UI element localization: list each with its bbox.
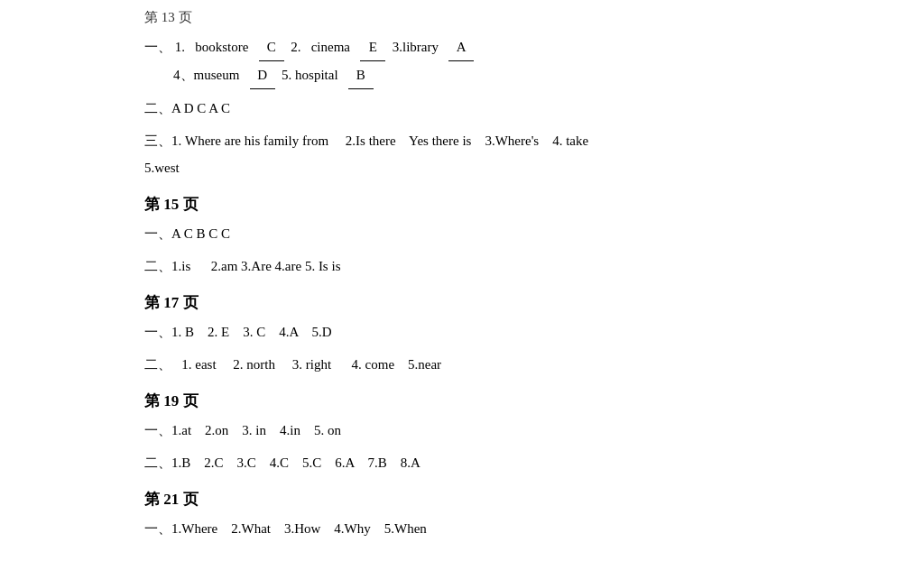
answer-4: D	[250, 61, 275, 89]
page-top-label: 第 13 页	[144, 9, 780, 26]
label-5: 5. hospital	[275, 61, 348, 88]
section-21-yi: 一、1.Where 2.What 3.How 4.Why 5.When	[144, 515, 780, 542]
page-21-heading: 第 21 页	[144, 489, 780, 510]
section-17-er: 二、 1. east 2. north 3. right 4. come 5.n…	[144, 351, 780, 378]
section-prefix: 一、 1. bookstore	[144, 33, 259, 60]
section-13-san: 三、1. Where are his family from 2.Is ther…	[144, 127, 780, 181]
section-19-yi: 一、1.at 2.on 3. in 4.in 5. on	[144, 417, 780, 444]
section-13-san-line1: 三、1. Where are his family from 2.Is ther…	[144, 127, 780, 154]
answer-2: E	[360, 33, 385, 61]
section-13-yi-line1: 一、 1. bookstore C 2. cinema E 3.library …	[144, 33, 780, 61]
section-13-yi: 一、 1. bookstore C 2. cinema E 3.library …	[144, 33, 780, 89]
section-19-er: 二、1.B 2.C 3.C 4.C 5.C 6.A 7.B 8.A	[144, 449, 780, 476]
section-13-san-line2: 5.west	[144, 154, 780, 181]
section-san-text: 三、1. Where are his family from 2.Is ther…	[144, 127, 588, 154]
section-15-yi: 一、A C B C C	[144, 220, 780, 247]
page-15-heading: 第 15 页	[144, 194, 780, 215]
main-content: 第 13 页 一、 1. bookstore C 2. cinema E 3.l…	[144, 9, 780, 542]
page-19-heading: 第 19 页	[144, 391, 780, 411]
label-2: 2. cinema	[284, 33, 361, 60]
section-13-er: 二、A D C A C	[144, 95, 780, 122]
section-san-5: 5.west	[144, 154, 180, 181]
section-13-yi-line2: 4、museum D 5. hospital B	[173, 61, 780, 89]
answer-1: C	[259, 33, 284, 61]
label-4: 4、museum	[173, 61, 250, 88]
answer-5: B	[348, 61, 374, 89]
label-3: 3.library	[385, 33, 448, 60]
section-17-yi: 一、1. B 2. E 3. C 4.A 5.D	[144, 318, 780, 345]
answer-3: A	[448, 33, 474, 61]
page-17-heading: 第 17 页	[144, 292, 780, 313]
section-15-er: 二、1.is 2.am 3.Are 4.are 5. Is is	[144, 253, 780, 280]
section-er-text: 二、A D C A C	[144, 95, 230, 122]
